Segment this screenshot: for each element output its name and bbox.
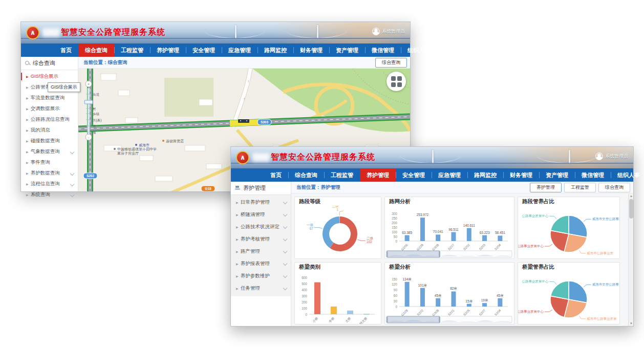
sidebar-item[interactable]: ▶GIS综合展示 — [21, 71, 78, 82]
chevron-down-icon — [283, 274, 287, 278]
sidebar-item[interactable]: ▶公路技术状况评定 — [231, 221, 291, 233]
nav-tab[interactable]: 应急管理 — [432, 168, 467, 182]
corner-button[interactable]: 综合查询 — [375, 58, 407, 68]
sidebar-item-label: 公路路况信息查询 — [31, 116, 75, 123]
poi-icon — [135, 144, 137, 146]
user-badge[interactable]: 系统管理员 — [595, 153, 628, 160]
svg-text:大桥: 大桥 — [345, 316, 352, 323]
sidebar-item[interactable]: ▶车流量数据查询 — [21, 93, 78, 103]
corner-button[interactable]: 工程监管 — [564, 183, 596, 192]
zoom-level-label: 区(县) — [93, 118, 101, 122]
zoom-level-label: 省 — [93, 130, 96, 135]
svg-text:300: 300 — [302, 294, 307, 298]
svg-text:S202: S202 — [87, 174, 95, 178]
scroll-up-icon[interactable]: ▲ — [629, 193, 634, 199]
chart-bridge-analysis[interactable]: 0306090120150134座G228101座S20245座G30882座S… — [385, 271, 514, 324]
user-badge[interactable]: 系统管理员 — [372, 28, 405, 35]
nav-tab[interactable]: 资产管理 — [329, 44, 365, 57]
sidebar-item-label: 车流量数据查询 — [31, 95, 75, 101]
corner-button[interactable]: 综合查询 — [598, 183, 630, 192]
sidebar-item[interactable]: ▶流程信息查询 — [21, 179, 78, 189]
header-banner: ∧ 智慧安全公路管理服务系统 系统管理员 — [21, 22, 410, 44]
panel-title: 路段管养占比 — [518, 197, 619, 206]
nav-tab[interactable]: 首页 — [54, 44, 78, 57]
dashboard: 路段等级二级102一级67三级1路网分析05010015020025030063… — [291, 193, 633, 326]
sidebar-item-label: 公路技术状况评定 — [241, 224, 282, 230]
sidebar-header: 综合查询 — [21, 57, 78, 70]
caret-right-icon: ▶ — [26, 85, 29, 89]
caret-right-icon: ▶ — [236, 287, 239, 290]
sidebar-item-label: 养护参数维护 — [241, 273, 282, 279]
corner-button[interactable]: 养护管理 — [530, 183, 562, 192]
svg-text:19座: 19座 — [481, 298, 488, 302]
sidebar-item[interactable]: ▶碰撞数据查询 — [21, 136, 78, 146]
scroll-down-icon[interactable]: ▼ — [629, 321, 634, 326]
nav-tab[interactable]: 养护管理 — [360, 168, 396, 182]
sidebar-item[interactable]: ▶交调数据展示 — [21, 103, 78, 114]
sidebar-item[interactable]: ▶养护考核管理 — [231, 233, 291, 245]
svg-text:96.511: 96.511 — [448, 228, 459, 231]
caret-right-icon: ▶ — [236, 237, 239, 241]
caret-right-icon: ▶ — [236, 201, 239, 204]
svg-text:45座: 45座 — [497, 294, 504, 297]
panel-bridge-share: 桥梁管养占比威海市文登公路事威海市公路事业发展公路事业发展中心公路事业发展中心 — [518, 262, 620, 324]
sidebar-item[interactable]: ▶气象数据查询 — [21, 146, 78, 157]
zoom-level-label: 市 — [93, 124, 96, 128]
sidebar-item[interactable]: ▶公路路况信息查询 — [21, 114, 78, 125]
svg-text:100: 100 — [302, 307, 307, 310]
sidebar-item[interactable]: ▶桥隧涵管理 — [231, 208, 291, 221]
sidebar-item[interactable]: ▶养护数据查询 — [21, 168, 78, 179]
nav-tab[interactable]: 微信管理 — [365, 44, 401, 57]
nav-tab[interactable]: 综合查询 — [288, 168, 324, 182]
sidebar-item[interactable]: ▶我的消息 — [21, 125, 78, 136]
svg-text:S303: S303 — [261, 120, 269, 124]
nav-tab[interactable]: 组织人事 — [401, 44, 437, 57]
sidebar-item[interactable]: ▶路产管理 — [231, 245, 291, 257]
nav-tab[interactable]: 安全管理 — [186, 44, 222, 57]
svg-text:100: 100 — [392, 230, 397, 234]
svg-text:200: 200 — [392, 221, 397, 225]
chevron-down-icon — [283, 237, 287, 241]
nav-tab[interactable]: 应急管理 — [222, 44, 257, 57]
nav-tab[interactable]: 路网监控 — [257, 44, 293, 57]
svg-text:63.385: 63.385 — [402, 231, 412, 234]
chart-road-network[interactable]: 05010015020025030063.385G206253.972G2287… — [385, 206, 514, 258]
svg-text:63.223: 63.223 — [480, 231, 490, 234]
map-layers-button[interactable] — [387, 72, 406, 91]
nav-tab[interactable]: 工程监管 — [324, 168, 360, 182]
nav-tab[interactable]: 组织人事 — [611, 168, 644, 182]
search-icon — [25, 61, 30, 66]
poi-label: 中国移动通信 — [117, 147, 139, 151]
nav-tab[interactable]: 安全管理 — [396, 168, 432, 182]
nav-tab[interactable]: 路网监控 — [467, 168, 503, 182]
sidebar-item[interactable]: ▶养护报表管理 — [231, 257, 291, 270]
nav-tab[interactable]: 养护管理 — [150, 44, 186, 57]
nav-tab[interactable]: 首页 — [264, 168, 288, 182]
sidebar-item[interactable]: ▶系统查询 — [21, 189, 78, 200]
caret-right-icon: ▶ — [26, 75, 29, 78]
scrollbar-thumb[interactable] — [629, 199, 633, 219]
nav-tab[interactable]: 综合查询 — [78, 44, 114, 57]
panel-road-share: 路段管养占比威海市文登公路事业发威海市公路事业发山公路事业发展中心公路事业发展中… — [518, 197, 620, 259]
svg-text:82座: 82座 — [450, 287, 457, 290]
breadcrumb: 当前位置：养护管理 — [296, 184, 340, 191]
svg-text:S201: S201 — [447, 308, 455, 316]
nav-tab[interactable]: 系统维护 — [437, 44, 473, 57]
sidebar-item[interactable]: ▶任务管理 — [231, 282, 291, 294]
chevron-down-icon — [283, 212, 287, 216]
nav-tab[interactable]: 财务管理 — [503, 168, 539, 182]
svg-text:威海市文登公路事业发: 威海市文登公路事业发 — [592, 217, 619, 221]
sidebar-item[interactable]: ▶事件查询 — [21, 157, 78, 168]
nav-tab[interactable]: 财务管理 — [293, 44, 329, 57]
nav-tab[interactable]: 工程监管 — [114, 44, 150, 57]
sidebar-item[interactable]: ▶养护参数维护 — [231, 270, 291, 282]
svg-text:G18: G18 — [205, 187, 211, 190]
zoom-slider-handle[interactable] — [84, 100, 93, 104]
svg-text:400: 400 — [302, 288, 307, 292]
nav-tab[interactable]: 资产管理 — [539, 168, 575, 182]
vertical-scrollbar[interactable]: ▲ ▼ — [628, 193, 633, 326]
sidebar-item[interactable]: ▶日常养护管理 — [231, 196, 291, 208]
svg-text:山公路事业发展中心: 山公路事业发展中心 — [518, 244, 544, 248]
svg-text:三级1: 三级1 — [332, 206, 339, 211]
nav-tab[interactable]: 微信管理 — [575, 168, 611, 182]
